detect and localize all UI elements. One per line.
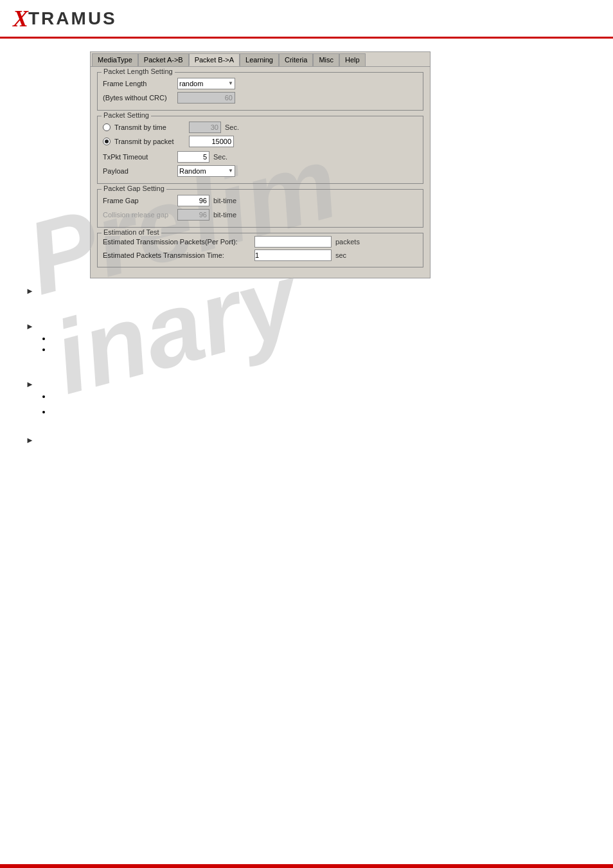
frame-length-row: Frame Length random 64 128 256 512 1024 …: [103, 78, 418, 89]
txpkt-payload-block: TxPkt Timeout Sec. Payload Random All 0s…: [103, 151, 418, 177]
txpkt-label: TxPkt Timeout: [103, 153, 173, 161]
estimation-time-unit: sec: [335, 251, 346, 259]
estimation-packets-unit: packets: [335, 238, 360, 246]
estimation-group-label: Estimation of Test: [102, 228, 161, 236]
transmit-time-label: Transmit by time: [114, 123, 185, 131]
packet-setting-group-label: Packet Setting: [102, 111, 151, 119]
tab-criteria[interactable]: Criteria: [279, 53, 313, 66]
arrow-2: ►: [26, 321, 600, 331]
footer: [0, 864, 613, 868]
bullet-section-2: ►: [26, 321, 600, 354]
packet-setting-group: Packet Setting Transmit by time Sec. Tra…: [97, 116, 423, 184]
header: X TRAMUS: [0, 0, 613, 39]
frame-gap-row: Frame Gap bit-time: [103, 195, 418, 206]
txpkt-unit: Sec.: [213, 153, 227, 161]
tab-learning[interactable]: Learning: [240, 53, 279, 66]
estimation-packets-row: Estimated Transmission Packets(Per Port)…: [103, 236, 418, 248]
transmit-packet-input[interactable]: [189, 136, 234, 147]
tab-panel: MediaType Packet A->B Packet B->A Learni…: [90, 51, 431, 278]
collision-unit: bit-time: [213, 211, 236, 219]
transmit-time-row: Transmit by time Sec.: [103, 122, 418, 133]
tab-help[interactable]: Help: [339, 53, 366, 66]
bullet-4: [51, 407, 600, 416]
tab-mediatype[interactable]: MediaType: [92, 53, 138, 66]
frame-length-select[interactable]: random 64 128 256 512 1024 1280 1518: [177, 78, 235, 89]
estimation-group: Estimation of Test Estimated Transmissio…: [97, 233, 423, 267]
arrow-1: ►: [26, 286, 600, 296]
estimation-packets-input[interactable]: [254, 236, 332, 248]
payload-label: Payload: [103, 167, 173, 175]
transmit-packet-label: Transmit by packet: [114, 138, 185, 145]
logo-x: X: [13, 5, 28, 32]
estimation-time-input[interactable]: [254, 249, 332, 261]
estimation-time-label: Estimated Packets Transmission Time:: [103, 251, 251, 259]
bytes-label: (Bytes without CRC): [103, 94, 173, 102]
frame-length-label: Frame Length: [103, 80, 173, 87]
packet-length-group: Packet Length Setting Frame Length rando…: [97, 72, 423, 111]
bullet-section-1: ►: [26, 286, 600, 296]
transmit-time-radio[interactable]: [103, 123, 111, 131]
estimation-packets-label: Estimated Transmission Packets(Per Port)…: [103, 238, 251, 246]
tab-packet-ab[interactable]: Packet A->B: [138, 53, 189, 66]
bullet-section-3: ►: [26, 379, 600, 416]
bullet-1: [51, 334, 600, 343]
arrow-4: ►: [26, 435, 600, 445]
payload-select[interactable]: Random All 0s All 1s: [177, 165, 235, 177]
txpkt-input[interactable]: [177, 151, 209, 163]
collision-input: [177, 209, 209, 221]
packet-length-group-label: Packet Length Setting: [102, 68, 175, 75]
payload-select-wrapper[interactable]: Random All 0s All 1s: [177, 165, 235, 177]
transmit-time-input[interactable]: [189, 122, 221, 133]
panel-content: Packet Length Setting Frame Length rando…: [91, 67, 430, 278]
tab-packet-ba[interactable]: Packet B->A: [189, 53, 240, 66]
txpkt-row: TxPkt Timeout Sec.: [103, 151, 418, 163]
estimation-time-row: Estimated Packets Transmission Time: sec: [103, 249, 418, 261]
packet-gap-group: Packet Gap Setting Frame Gap bit-time Co…: [97, 189, 423, 228]
frame-gap-input[interactable]: [177, 195, 209, 206]
tab-bar: MediaType Packet A->B Packet B->A Learni…: [91, 52, 430, 67]
frame-length-select-wrapper[interactable]: random 64 128 256 512 1024 1280 1518: [177, 78, 235, 89]
logo-tramus: TRAMUS: [28, 8, 117, 29]
bytes-row: (Bytes without CRC): [103, 92, 418, 104]
bullet-3: [51, 392, 600, 401]
packet-gap-group-label: Packet Gap Setting: [102, 185, 166, 192]
transmit-packet-row: Transmit by packet: [103, 136, 418, 147]
collision-row: Collision release gap bit-time: [103, 209, 418, 221]
frame-gap-unit: bit-time: [213, 197, 236, 204]
bytes-input[interactable]: [177, 92, 235, 104]
payload-row: Payload Random All 0s All 1s: [103, 165, 418, 177]
arrow-3: ►: [26, 379, 600, 389]
bullet-section-4: ►: [26, 435, 600, 445]
main-content: Preliminary MediaType Packet A->B Packet…: [0, 39, 613, 463]
collision-label: Collision release gap: [103, 211, 173, 219]
tab-misc[interactable]: Misc: [313, 53, 339, 66]
bullet-2: [51, 345, 600, 354]
transmit-time-unit: Sec.: [225, 123, 239, 131]
frame-gap-label: Frame Gap: [103, 197, 173, 204]
transmit-packet-radio[interactable]: [103, 138, 111, 145]
